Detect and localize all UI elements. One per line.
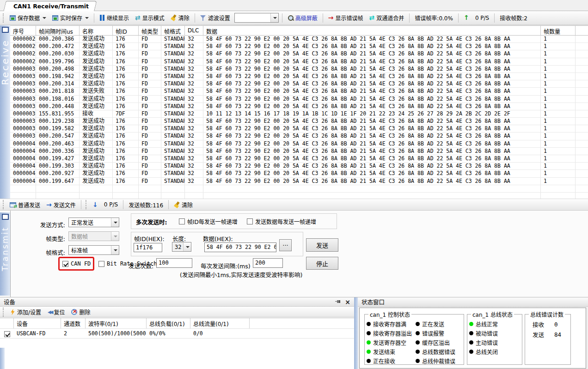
table-row[interactable]: 00000044 000.200.927 发送成功 176 FD STANDAR… bbox=[10, 170, 588, 177]
rx-error-count-row: 接收 0 bbox=[527, 319, 569, 329]
transmit-form: 发送方式: 正常发送 帧类型: 数据帧 帧格式: 标准帧 CAN FD B bbox=[10, 211, 588, 297]
table-row[interactable]: 00000031 000.198.942 发送成功 176 FD STANDAR… bbox=[10, 73, 588, 80]
col-name[interactable]: 名称 bbox=[80, 26, 113, 35]
dock-restore-button[interactable] bbox=[2, 214, 9, 220]
realtime-save-button[interactable]: 实时保存 bbox=[50, 13, 91, 23]
inc-data-checkbox[interactable] bbox=[247, 218, 253, 224]
cell-frame-format: STANDARD bbox=[161, 155, 185, 162]
tab-can1-receive-transmit[interactable]: CAN1 Receive/Transmit bbox=[3, 1, 97, 11]
inc-frame-id-checkbox[interactable] bbox=[179, 218, 185, 224]
table-row[interactable]: 00000034 000.198.016 发送成功 176 FD STANDAR… bbox=[10, 96, 588, 103]
col-channels[interactable]: 通道数 bbox=[61, 318, 86, 328]
col-frame-format[interactable]: 帧格式 bbox=[161, 26, 185, 35]
toolbar-grip[interactable] bbox=[3, 200, 5, 209]
col-data[interactable]: 数据 bbox=[203, 26, 541, 35]
table-row[interactable]: 00000026 000.200.386 发送成功 176 FD STANDAR… bbox=[10, 36, 588, 43]
table-row[interactable]: 00000042 000.199.427 发送成功 176 FD STANDAR… bbox=[10, 155, 588, 163]
send-times-input[interactable]: 100 bbox=[156, 258, 192, 268]
filter-combobox[interactable] bbox=[234, 13, 279, 23]
continue-display-button[interactable]: 继续显示 bbox=[98, 13, 131, 23]
control-status-col2: 正在发送 错误报警 缓存区溢出 bbox=[416, 319, 462, 365]
col-frame-count[interactable]: 帧数量 bbox=[541, 26, 576, 35]
save-data-icon bbox=[10, 15, 16, 21]
col-dlc[interactable]: DLC bbox=[185, 26, 203, 35]
table-row[interactable]: 00000043 000.199.303 发送成功 176 FD STANDAR… bbox=[10, 163, 588, 170]
col-baud[interactable]: 波特率(0/1) bbox=[86, 318, 147, 328]
table-row[interactable]: 00000028 000.200.030 发送成功 176 FD STANDAR… bbox=[10, 50, 588, 58]
transmit-strip-label[interactable]: Transmit bbox=[0, 226, 10, 271]
table-row[interactable]: 00000037 000.129.238 发送成功 176 FD STANDAR… bbox=[10, 118, 588, 125]
save-data-button[interactable]: 保存数据 bbox=[8, 13, 48, 23]
close-icon[interactable]: × bbox=[345, 299, 350, 305]
send-button[interactable]: 发送 bbox=[306, 238, 338, 252]
send-interval-input[interactable]: 200 bbox=[253, 258, 283, 268]
length-select[interactable]: 32 bbox=[172, 242, 191, 252]
receive-table: 序号 帧间隔时间us 名称 帧ID 帧类型 帧格式 DLC 数据 帧数量 000… bbox=[10, 25, 588, 199]
col-device[interactable]: 设备 bbox=[14, 318, 61, 328]
table-row[interactable]: 00000045 000.199.647 发送成功 176 FD STANDAR… bbox=[10, 178, 588, 185]
frame-format-select[interactable]: 标准帧 bbox=[68, 245, 119, 255]
led-icon bbox=[416, 350, 420, 354]
dock-restore-button[interactable] bbox=[2, 27, 9, 33]
col-frame-type[interactable]: 帧类型 bbox=[139, 26, 161, 35]
reset-button[interactable]: ◀◀ 复位 bbox=[46, 307, 67, 317]
pin-icon[interactable] bbox=[335, 299, 340, 305]
chevron-down-icon bbox=[111, 218, 119, 227]
add-settings-button[interactable]: 添加/设置 bbox=[8, 307, 43, 317]
col-interval[interactable]: 帧间隔时间us bbox=[36, 26, 80, 35]
filter-settings-button[interactable]: 滤波设置 bbox=[198, 13, 232, 23]
toolbar-grip[interactable] bbox=[86, 200, 87, 209]
table-row[interactable]: 00000035 000.200.448 发送成功 176 FD STANDAR… bbox=[10, 103, 588, 110]
toolbar-grip[interactable] bbox=[3, 13, 5, 23]
display-mode-button[interactable]: ⇄ 显示模式 bbox=[133, 13, 166, 23]
cell-data: 58 4F 60 73 22 90 E2 00 20 5A 4E C3 26 8… bbox=[203, 88, 541, 95]
table-row[interactable]: 00000040 000.200.463 发送成功 176 FD STANDAR… bbox=[10, 140, 588, 148]
col-bus-load[interactable]: 总线负载(0/1) bbox=[147, 318, 190, 328]
table-row[interactable]: 00000039 000.200.547 发送成功 176 FD STANDAR… bbox=[10, 133, 588, 140]
table-row[interactable]: 00000027 000.200.472 发送成功 176 FD STANDAR… bbox=[10, 43, 588, 50]
cell-seq: 00000043 bbox=[10, 163, 36, 169]
device-row[interactable]: USBCAN-FD 2 500(500)/1000(5000) 0%/0% 0/… bbox=[0, 328, 354, 339]
receive-strip-label[interactable]: Receive bbox=[0, 39, 11, 85]
cell-seq: 00000035 bbox=[10, 103, 36, 110]
stop-button[interactable]: 停止 bbox=[306, 257, 338, 270]
data-browse-button[interactable]: ··· bbox=[279, 239, 292, 251]
send-file-button[interactable]: → 发送文件 bbox=[44, 200, 78, 210]
cell-frame-count: 1 bbox=[541, 43, 576, 50]
col-seq[interactable]: 序号 bbox=[10, 26, 36, 35]
can-fd-checkbox[interactable] bbox=[62, 261, 68, 267]
bus-status-legend: can_1 总线状态 bbox=[471, 310, 514, 318]
send-mode-select[interactable]: 正常发送 bbox=[68, 218, 119, 227]
cell-seq: 00000034 bbox=[10, 96, 36, 103]
col-bus-flow[interactable]: 总线流量(0/1) bbox=[190, 318, 250, 328]
tx-clear-button[interactable]: 清除 bbox=[172, 200, 195, 210]
show-error-frames-button[interactable]: → 显示错误帧 bbox=[326, 13, 365, 23]
delete-button[interactable]: 删除 bbox=[69, 307, 92, 317]
dual-channel-merge-button[interactable]: ⇄ 双通道合并 bbox=[368, 13, 406, 23]
normal-send-button[interactable]: 普通发送 bbox=[8, 200, 42, 210]
table-row[interactable]: 00000036 155.831.955 接收 7DF FD STANDARD … bbox=[10, 110, 588, 118]
table-row[interactable]: 00000033 000.201.818 发送失败 176 FD STANDAR… bbox=[10, 88, 588, 95]
led-icon bbox=[469, 350, 473, 354]
table-row[interactable]: 00000041 000.200.336 发送成功 176 FD STANDAR… bbox=[10, 148, 588, 155]
cell-interval: 000.199.427 bbox=[36, 155, 80, 162]
table-row[interactable]: 00000030 000.200.498 发送成功 176 FD STANDAR… bbox=[10, 66, 588, 73]
cell-frame-id: 176 bbox=[113, 118, 139, 125]
frame-id-input[interactable]: 1f176 bbox=[134, 243, 162, 252]
device-panel-titlebar: 设备 × bbox=[0, 297, 354, 307]
col-frame-id[interactable]: 帧ID bbox=[113, 26, 139, 35]
table-row[interactable]: 00000032 000.200.314 发送成功 176 FD STANDAR… bbox=[10, 80, 588, 88]
cell-frame-count: 1 bbox=[541, 178, 576, 185]
toolbar-grip[interactable] bbox=[3, 308, 5, 317]
separator bbox=[168, 200, 169, 209]
advanced-mask-button[interactable]: 高级屏蔽 bbox=[286, 13, 319, 23]
cell-interval: 000.200.498 bbox=[36, 66, 80, 73]
panel-splitter[interactable] bbox=[354, 297, 358, 369]
data-hex-input[interactable]: 58 4F 60 73 22 90 E2 00 2 bbox=[204, 242, 276, 252]
receive-dock-strip: Receive bbox=[0, 25, 10, 199]
device-checkbox[interactable] bbox=[4, 331, 10, 337]
clear-button[interactable]: 清除 bbox=[169, 13, 191, 23]
table-row[interactable]: 00000038 000.199.582 发送成功 176 FD STANDAR… bbox=[10, 125, 588, 133]
bit-rate-switch-checkbox[interactable] bbox=[98, 261, 104, 267]
table-row[interactable]: 00000029 000.199.796 发送成功 176 FD STANDAR… bbox=[10, 58, 588, 66]
